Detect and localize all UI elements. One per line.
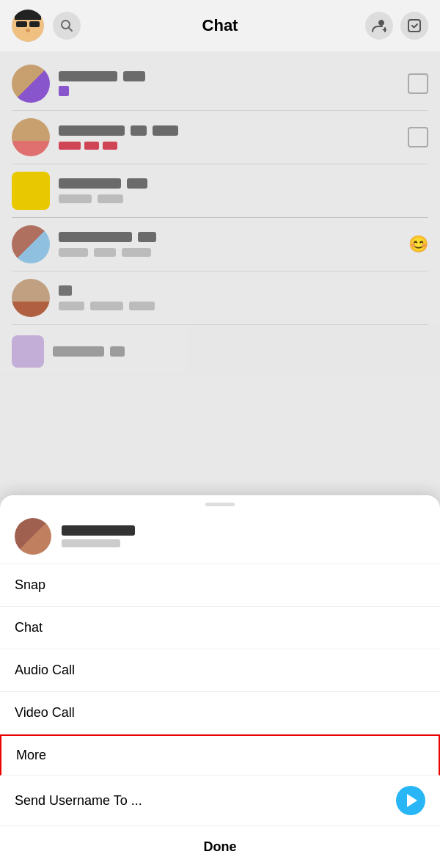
list-item[interactable] [0,271,440,324]
chat-menu-item[interactable]: Chat [0,607,440,649]
list-item[interactable] [0,164,440,217]
send-arrow-icon [407,794,417,807]
done-button[interactable]: Done [0,826,440,868]
header: Chat [0,0,440,51]
chat-info [59,125,408,150]
add-friend-button[interactable] [365,12,393,40]
svg-line-1 [69,28,73,32]
video-call-menu-item[interactable]: Video Call [0,692,440,734]
header-right [365,12,428,40]
contact-info [62,525,135,547]
chat-action-icon [408,127,428,147]
contact-name-blur [62,525,135,536]
page-title: Chat [202,16,238,35]
contact-avatar [15,518,51,555]
snap-label: Snap [15,577,45,593]
svg-rect-2 [408,20,420,32]
list-item[interactable] [0,325,440,378]
chat-label: Chat [15,620,43,635]
chat-info [59,232,428,257]
avatar [12,225,50,263]
avatar [12,172,50,210]
list-item[interactable] [0,57,440,110]
list-item[interactable]: 😊 [0,218,440,271]
chat-action-icon [408,73,428,94]
header-left [12,10,81,42]
avatar [12,65,50,103]
contact-preview [0,506,440,564]
search-button[interactable] [53,12,81,40]
send-username-label: Send Username To ... [15,793,142,809]
audio-call-label: Audio Call [15,663,75,678]
contact-sub-blur [62,539,120,547]
chat-info [59,71,408,96]
more-label: More [16,748,46,762]
bottom-sheet: Snap Chat Audio Call Video Call More Sen… [0,495,440,868]
user-avatar[interactable] [12,10,44,42]
snap-menu-item[interactable]: Snap [0,564,440,607]
more-menu-item[interactable]: More [0,734,440,776]
chat-info [53,346,428,357]
chat-info [59,178,428,203]
emoji-badge: 😊 [408,235,428,254]
list-item[interactable] [0,111,440,164]
send-username-menu-item[interactable]: Send Username To ... [0,776,440,826]
stories-button[interactable] [400,12,428,40]
avatar [12,279,50,317]
video-call-label: Video Call [15,705,75,721]
done-label: Done [204,839,237,854]
avatar [12,118,50,156]
send-button[interactable] [396,786,425,815]
audio-call-menu-item[interactable]: Audio Call [0,649,440,692]
chat-info [59,285,428,310]
avatar [12,335,44,368]
